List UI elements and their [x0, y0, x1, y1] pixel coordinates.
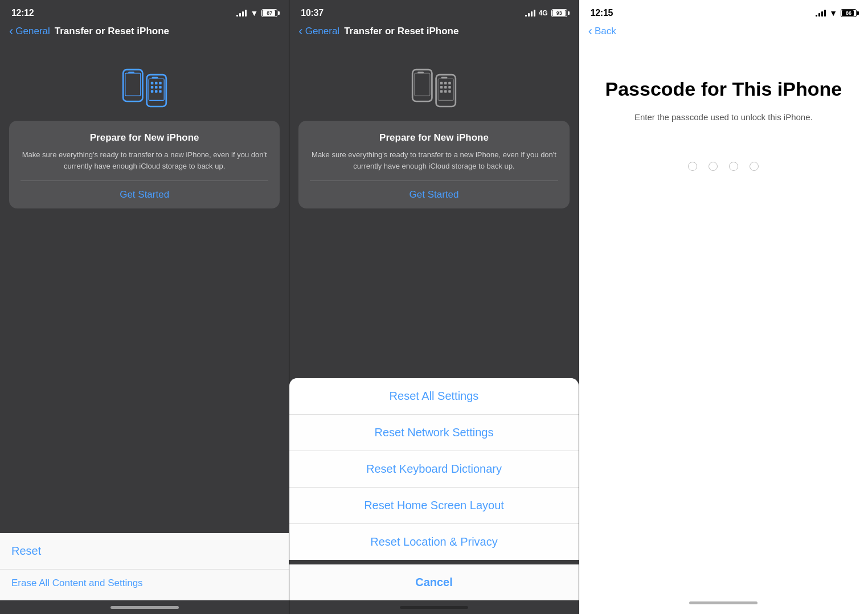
- svg-rect-21: [440, 82, 443, 85]
- back-button-3[interactable]: ‹ Back: [588, 24, 616, 39]
- status-bar-3: 12:15 ▼ 86: [579, 0, 868, 22]
- svg-rect-8: [159, 82, 162, 85]
- back-button-2[interactable]: ‹ General: [298, 24, 339, 39]
- status-bar-1: 12:12 ▼ 87: [0, 0, 289, 22]
- status-icons-1: ▼ 87: [236, 9, 277, 18]
- svg-rect-25: [444, 86, 447, 89]
- page-title-1: Transfer or Reset iPhone: [55, 26, 169, 37]
- passcode-dot-2: [709, 162, 718, 171]
- home-bar-2: [400, 606, 468, 609]
- erase-button-1[interactable]: Erase All Content and Settings: [0, 569, 289, 600]
- time-2: 10:37: [301, 8, 323, 18]
- svg-rect-11: [159, 86, 162, 89]
- svg-rect-26: [448, 86, 451, 89]
- svg-rect-6: [150, 82, 153, 85]
- card-title-1: Prepare for New iPhone: [21, 132, 268, 144]
- prepare-card-1: Prepare for New iPhone Make sure everyth…: [9, 121, 280, 208]
- phone-icon-wrap-2: [289, 43, 578, 121]
- home-indicator-3: [579, 596, 868, 609]
- passcode-subtitle: Enter the passcode used to unlock this i…: [596, 112, 851, 122]
- bottom-actions-1: Reset Erase All Content and Settings: [0, 533, 289, 614]
- home-indicator-2: [289, 600, 578, 614]
- svg-rect-14: [159, 90, 162, 93]
- svg-rect-2: [128, 72, 134, 73]
- reset-network-settings-button[interactable]: Reset Network Settings: [289, 415, 578, 451]
- back-label-2: General: [305, 26, 339, 37]
- svg-rect-12: [150, 90, 153, 93]
- reset-home-screen-layout-button[interactable]: Reset Home Screen Layout: [289, 488, 578, 524]
- card-title-2: Prepare for New iPhone: [310, 132, 558, 144]
- nav-bar-1: ‹ General Transfer or Reset iPhone: [0, 22, 289, 43]
- svg-rect-0: [123, 69, 142, 101]
- svg-rect-16: [415, 73, 430, 96]
- card-body-1: Make sure everything's ready to transfer…: [21, 149, 268, 171]
- time-3: 12:15: [591, 8, 613, 18]
- reset-button-1[interactable]: Reset: [0, 533, 289, 569]
- wifi-icon-3: ▼: [829, 9, 837, 18]
- cancel-button-2[interactable]: Cancel: [289, 564, 578, 600]
- svg-rect-15: [412, 69, 432, 101]
- signal-icon-1: [236, 10, 247, 17]
- passcode-dot-4: [750, 162, 759, 171]
- prepare-card-2: Prepare for New iPhone Make sure everyth…: [298, 121, 569, 208]
- svg-rect-29: [448, 90, 451, 93]
- svg-rect-7: [155, 82, 158, 85]
- home-indicator-1: [0, 600, 289, 614]
- action-sheet-2: Reset All Settings Reset Network Setting…: [289, 378, 578, 614]
- panel-2: 10:37 4G 93 ‹ General Transfer or Reset …: [289, 0, 578, 614]
- chevron-icon-2: ‹: [298, 24, 302, 39]
- home-bar-1: [110, 606, 179, 609]
- chevron-icon-3: ‹: [588, 24, 592, 39]
- signal-icon-3: [816, 10, 826, 17]
- battery-1: 87: [261, 9, 277, 17]
- svg-rect-1: [125, 73, 140, 96]
- svg-rect-20: [441, 77, 448, 79]
- battery-3: 86: [841, 9, 857, 17]
- passcode-dots: [579, 162, 868, 171]
- svg-rect-10: [155, 86, 158, 89]
- battery-2: 93: [551, 9, 567, 17]
- phone-icon-wrap-1: [0, 43, 289, 121]
- get-started-button-2[interactable]: Get Started: [310, 181, 558, 208]
- passcode-dot-3: [729, 162, 738, 171]
- sheet-items-2: Reset All Settings Reset Network Setting…: [289, 378, 578, 560]
- reset-all-settings-button[interactable]: Reset All Settings: [289, 378, 578, 415]
- panel-1: 12:12 ▼ 87 ‹ General Transfer or Reset i…: [0, 0, 289, 614]
- status-bar-2: 10:37 4G 93: [289, 0, 578, 22]
- passcode-title: Passcode for This iPhone: [602, 77, 845, 101]
- status-icons-3: ▼ 86: [816, 9, 857, 18]
- nav-bar-3: ‹ Back: [579, 22, 868, 43]
- svg-rect-5: [152, 77, 158, 79]
- passcode-dot-1: [688, 162, 697, 171]
- svg-rect-13: [155, 90, 158, 93]
- signal-icon-2: [525, 10, 535, 17]
- svg-rect-17: [417, 72, 424, 73]
- chevron-icon-1: ‹: [9, 24, 13, 39]
- svg-rect-28: [444, 90, 447, 93]
- status-icons-2: 4G 93: [525, 9, 567, 17]
- transfer-icon-2: [408, 60, 460, 112]
- svg-rect-24: [440, 86, 443, 89]
- reset-location-privacy-button[interactable]: Reset Location & Privacy: [289, 524, 578, 560]
- back-button-1[interactable]: ‹ General: [9, 24, 50, 39]
- reset-keyboard-dictionary-button[interactable]: Reset Keyboard Dictionary: [289, 451, 578, 488]
- transfer-icon-1: [119, 60, 170, 112]
- card-body-2: Make sure everything's ready to transfer…: [310, 149, 558, 171]
- svg-rect-23: [448, 82, 451, 85]
- home-bar-3: [689, 601, 758, 604]
- svg-rect-9: [150, 86, 153, 89]
- svg-rect-22: [444, 82, 447, 85]
- carrier-label-2: 4G: [539, 9, 548, 17]
- svg-rect-27: [440, 90, 443, 93]
- content-3: Passcode for This iPhone Enter the passc…: [579, 43, 868, 596]
- content-1: Prepare for New iPhone Make sure everyth…: [0, 43, 289, 614]
- panel-3: 12:15 ▼ 86 ‹ Back Passcode for This iPho…: [579, 0, 868, 614]
- back-label-3: Back: [595, 26, 616, 37]
- get-started-button-1[interactable]: Get Started: [21, 181, 268, 208]
- page-title-2: Transfer or Reset iPhone: [344, 26, 458, 37]
- nav-bar-2: ‹ General Transfer or Reset iPhone: [289, 22, 578, 43]
- back-label-1: General: [15, 26, 50, 37]
- wifi-icon-1: ▼: [250, 9, 258, 18]
- time-1: 12:12: [11, 8, 34, 18]
